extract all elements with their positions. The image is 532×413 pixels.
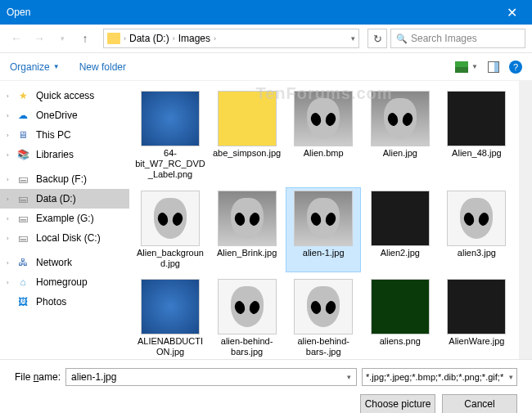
up-button[interactable]: ↑ bbox=[75, 29, 95, 48]
scrollbar[interactable] bbox=[519, 81, 532, 359]
file-item[interactable]: Alien.bmp bbox=[286, 88, 361, 184]
sidebar-item-onedrive[interactable]: ›☁OneDrive bbox=[0, 105, 129, 125]
chevron-right-icon[interactable]: › bbox=[7, 176, 9, 183]
sidebar-item-example-g-[interactable]: ›🖴Example (G:) bbox=[0, 209, 129, 228]
drive-icon: 🖴 bbox=[16, 212, 29, 225]
sidebar-item-network[interactable]: ›🖧Network bbox=[0, 253, 129, 272]
file-name: Alien.bmp bbox=[304, 148, 344, 159]
thumbnail bbox=[294, 279, 353, 334]
photos-icon: 🖼 bbox=[16, 295, 29, 308]
sidebar-item-libraries[interactable]: ›📚Libraries bbox=[0, 145, 129, 164]
file-item[interactable]: Alien_48.jpg bbox=[439, 88, 514, 184]
file-item[interactable]: Alien.jpg bbox=[363, 88, 438, 184]
help-icon[interactable]: ? bbox=[509, 61, 522, 74]
chevron-right-icon[interactable]: › bbox=[7, 259, 9, 267]
chevron-right-icon[interactable]: › bbox=[7, 279, 9, 286]
file-item[interactable]: ALIENABDUCTION.jpg bbox=[133, 276, 208, 359]
thumbnail bbox=[371, 91, 430, 146]
window-title: Open bbox=[7, 7, 30, 18]
search-input[interactable]: 🔍 Search Images bbox=[390, 29, 525, 48]
chevron-right-icon[interactable]: › bbox=[7, 195, 9, 203]
sidebar-item-homegroup[interactable]: ›⌂Homegroup bbox=[0, 272, 129, 292]
sidebar-item-label: OneDrive bbox=[36, 110, 78, 121]
pc-icon: 🖥 bbox=[16, 128, 29, 141]
hg-icon: ⌂ bbox=[16, 276, 29, 289]
sidebar-item-photos[interactable]: 🖼Photos bbox=[0, 292, 129, 312]
file-item[interactable]: Alien2.jpg bbox=[363, 187, 438, 272]
file-name: 64-bit_W7_RC_DVD_Label.png bbox=[135, 148, 205, 181]
back-button[interactable]: ← bbox=[7, 29, 26, 48]
chevron-down-icon[interactable]: ▾ bbox=[509, 373, 513, 381]
chevron-right-icon[interactable]: › bbox=[7, 112, 9, 119]
net-icon: 🖧 bbox=[16, 256, 29, 269]
view-options-icon[interactable] bbox=[455, 61, 468, 73]
sidebar-item-label: Data (D:) bbox=[36, 193, 76, 204]
new-folder-button[interactable]: New folder bbox=[79, 61, 126, 73]
file-name: Alien_Brink.jpg bbox=[217, 248, 277, 258]
chevron-down-icon[interactable]: ▼ bbox=[471, 63, 478, 70]
sidebar-item-label: This PC bbox=[36, 129, 71, 141]
file-item[interactable]: aliens.png bbox=[363, 276, 438, 359]
folder-icon bbox=[107, 33, 120, 44]
thumbnail bbox=[218, 191, 277, 246]
breadcrumb[interactable]: Images bbox=[178, 33, 210, 44]
chevron-down-icon[interactable]: ▾ bbox=[347, 373, 351, 381]
file-item[interactable]: AlienWare.jpg bbox=[439, 276, 514, 359]
drive-icon: 🖴 bbox=[16, 173, 29, 186]
file-item[interactable]: abe_simpson.jpg bbox=[210, 88, 285, 184]
drive-icon: 🖴 bbox=[16, 231, 29, 245]
chevron-right-icon[interactable]: › bbox=[7, 132, 9, 139]
filename-input[interactable]: alien-1.jpg ▾ bbox=[65, 368, 357, 386]
file-type-filter[interactable]: *.jpg;*.jpeg;*.bmp;*.dib;*.png;*.gif;*.j… bbox=[362, 368, 517, 386]
chevron-right-icon[interactable]: › bbox=[7, 92, 9, 100]
sidebar-item-this-pc[interactable]: ›🖥This PC bbox=[0, 125, 129, 145]
sidebar-item-data-d-[interactable]: ›🖴Data (D:) bbox=[0, 189, 129, 209]
address-bar[interactable]: › Data (D:) › Images › ▾ bbox=[103, 29, 359, 48]
file-name: ALIENABDUCTION.jpg bbox=[135, 336, 205, 357]
search-icon: 🔍 bbox=[396, 34, 408, 44]
chevron-right-icon[interactable]: › bbox=[7, 151, 9, 159]
cloud-icon: ☁ bbox=[16, 109, 29, 122]
thumbnail bbox=[294, 91, 353, 146]
thumbnail bbox=[371, 191, 430, 246]
thumbnail bbox=[447, 279, 506, 334]
breadcrumb[interactable]: Data (D:) bbox=[129, 33, 169, 44]
file-item[interactable]: alien-1.jpg bbox=[286, 187, 361, 272]
thumbnail bbox=[141, 191, 200, 246]
file-name: Alien2.jpg bbox=[381, 248, 420, 258]
choose-picture-button[interactable]: Choose picture bbox=[360, 394, 435, 413]
toolbar: Organize ▼ New folder ▼ ? bbox=[0, 53, 532, 81]
organize-menu[interactable]: Organize ▼ bbox=[10, 61, 60, 73]
cancel-button[interactable]: Cancel bbox=[442, 394, 517, 413]
sidebar-item-label: Homegroup bbox=[36, 276, 88, 288]
sidebar-item-quick-access[interactable]: ›★Quick access bbox=[0, 86, 129, 105]
file-item[interactable]: 64-bit_W7_RC_DVD_Label.png bbox=[133, 88, 208, 184]
file-item[interactable]: alien-behind-bars-.jpg bbox=[286, 276, 361, 359]
recent-dropdown[interactable]: ▾ bbox=[52, 29, 72, 48]
thumbnail bbox=[371, 279, 430, 334]
close-icon[interactable]: ✕ bbox=[498, 5, 525, 20]
file-name: aliens.png bbox=[380, 336, 421, 347]
thumbnail bbox=[447, 191, 506, 246]
sidebar-item-local-disk-c-[interactable]: ›🖴Local Disk (C:) bbox=[0, 228, 129, 248]
file-name: abe_simpson.jpg bbox=[213, 148, 281, 159]
file-item[interactable]: alien3.jpg bbox=[439, 187, 514, 272]
file-item[interactable]: alien-behind-bars.jpg bbox=[210, 276, 285, 359]
thumbnail bbox=[218, 279, 277, 334]
star-icon: ★ bbox=[16, 89, 29, 102]
sidebar-item-label: Network bbox=[36, 257, 72, 268]
file-item[interactable]: Alien_background.jpg bbox=[133, 187, 208, 272]
drive-icon: 🖴 bbox=[16, 192, 29, 205]
footer: File name: alien-1.jpg ▾ *.jpg;*.jpeg;*.… bbox=[0, 359, 532, 413]
chevron-right-icon[interactable]: › bbox=[7, 215, 9, 222]
sidebar-item-backup-f-[interactable]: ›🖴Backup (F:) bbox=[0, 169, 129, 189]
chevron-right-icon[interactable]: › bbox=[7, 235, 9, 242]
file-item[interactable]: Alien_Brink.jpg bbox=[210, 187, 285, 272]
chevron-down-icon[interactable]: ▾ bbox=[351, 34, 355, 43]
file-list[interactable]: TenForums.com 64-bit_W7_RC_DVD_Label.png… bbox=[129, 81, 519, 359]
navigation-pane: ›★Quick access›☁OneDrive›🖥This PC›📚Libra… bbox=[0, 81, 129, 359]
search-placeholder: Search Images bbox=[411, 33, 477, 44]
forward-button[interactable]: → bbox=[29, 29, 49, 48]
preview-pane-icon[interactable] bbox=[488, 61, 499, 73]
refresh-button[interactable]: ↻ bbox=[367, 29, 387, 48]
